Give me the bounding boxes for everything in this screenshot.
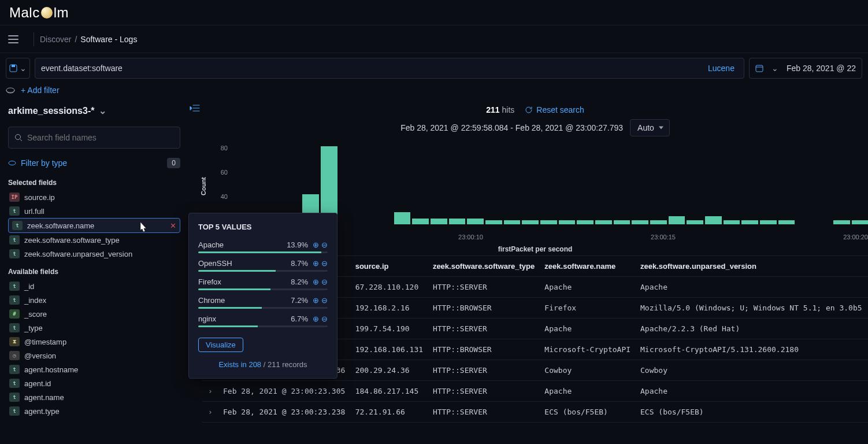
hits-label: hits <box>502 105 514 114</box>
filter-for-button[interactable]: ⊕ <box>313 314 319 323</box>
top-value-name: OpenSSH <box>198 259 291 268</box>
breadcrumb-parent[interactable]: Discover <box>40 35 71 44</box>
field-_id[interactable]: t_id <box>8 279 180 293</box>
field-@timestamp[interactable]: ⧗@timestamp <box>8 335 180 349</box>
expand-row-button[interactable]: › <box>202 402 218 423</box>
field-url-full[interactable]: turl.full <box>8 204 180 218</box>
filter-for-button[interactable]: ⊕ <box>313 296 319 305</box>
date-picker[interactable]: ⌄ Feb 28, 2021 @ 22 <box>749 58 862 79</box>
exists-in-link[interactable]: Exists in 208 <box>218 360 261 369</box>
cell: ECS (bos/F5EB) <box>636 402 868 423</box>
cell: Apache <box>540 319 636 339</box>
histogram-bar[interactable] <box>504 220 521 224</box>
histogram-bar[interactable] <box>705 216 722 224</box>
saved-query-button[interactable]: ⌄ <box>6 58 30 79</box>
histogram-bar[interactable] <box>431 219 447 224</box>
field-source-ip[interactable]: IPsource.ip <box>8 190 180 204</box>
x-tick: 23:00:10 <box>458 234 483 240</box>
top-value-name: Chrome <box>198 296 291 305</box>
field-name-label: _score <box>24 310 47 319</box>
column-header[interactable]: source.ip <box>351 256 428 277</box>
histogram-bar[interactable] <box>650 220 667 224</box>
app-logo: Malclm <box>9 5 69 21</box>
histogram-bar[interactable] <box>669 216 685 224</box>
filter-for-button[interactable]: ⊕ <box>313 259 319 268</box>
field-_index[interactable]: t_index <box>8 293 180 307</box>
x-tick: 23:00:20 <box>843 234 868 240</box>
filter-out-button[interactable]: ⊖ <box>321 296 328 305</box>
field-_score[interactable]: #_score <box>8 307 180 321</box>
histogram-bar[interactable] <box>485 220 502 224</box>
histogram-bar[interactable] <box>467 219 484 224</box>
field-zeek-software-software_type[interactable]: tzeek.software.software_type <box>8 233 180 247</box>
top-value-pct: 6.7% <box>291 314 308 323</box>
histogram-bar[interactable] <box>595 220 612 224</box>
histogram-bar[interactable] <box>540 220 557 224</box>
query-language-link[interactable]: Lucene <box>704 64 738 73</box>
svg-rect-1 <box>12 65 15 67</box>
filter-for-button[interactable]: ⊕ <box>313 240 319 249</box>
hits-count: 211 <box>486 105 499 114</box>
column-header[interactable]: zeek.software.unparsed_version <box>636 256 868 277</box>
add-filter-link[interactable]: + Add filter <box>21 86 60 95</box>
field-type-token: t <box>9 249 20 258</box>
column-header[interactable]: zeek.software.software_type <box>428 256 540 277</box>
breadcrumb-current: Software - Logs <box>80 35 137 44</box>
date-range-text: Feb 28, 2021 @ 22 <box>787 64 856 73</box>
field-name-label: zeek.software.unparsed_version <box>24 250 132 258</box>
filter-out-button[interactable]: ⊖ <box>321 314 328 323</box>
histogram-bar[interactable] <box>522 220 539 224</box>
histogram-bar[interactable] <box>833 220 850 224</box>
interval-select[interactable]: Auto <box>630 119 670 136</box>
top-value-row: nginx6.7%⊕⊖ <box>198 314 328 327</box>
cell: HTTP::BROWSER <box>428 339 540 360</box>
filter-for-button[interactable]: ⊕ <box>313 278 319 286</box>
field-zeek-software-unparsed_version[interactable]: tzeek.software.unparsed_version <box>8 247 180 261</box>
field-@version[interactable]: ◷@version <box>8 349 180 362</box>
field-type-token: t <box>9 379 20 388</box>
field-agent-type[interactable]: tagent.type <box>8 404 180 418</box>
top-value-pct: 8.2% <box>291 278 308 286</box>
reset-search-link[interactable]: Reset search <box>525 105 584 114</box>
histogram-bar[interactable] <box>632 220 648 224</box>
field-zeek-software-name[interactable]: tzeek.software.name✕ <box>8 218 180 233</box>
filter-options-button[interactable] <box>6 86 15 95</box>
histogram-bar[interactable] <box>394 212 411 224</box>
histogram-bar[interactable] <box>778 220 795 224</box>
column-header[interactable]: zeek.software.name <box>540 256 636 277</box>
histogram-bar[interactable] <box>724 220 740 224</box>
histogram-bar[interactable] <box>760 220 777 224</box>
histogram-bar[interactable] <box>741 220 758 224</box>
y-tick: 40 <box>221 193 228 200</box>
histogram-bar[interactable] <box>449 219 466 224</box>
histogram-bar[interactable] <box>412 219 429 224</box>
x-tick: 23:00:15 <box>651 234 676 240</box>
top-value-pct: 7.2% <box>291 296 308 305</box>
remove-field-button[interactable]: ✕ <box>170 221 176 230</box>
top-value-name: Apache <box>198 240 287 249</box>
histogram-bar[interactable] <box>614 220 630 224</box>
expand-row-button[interactable]: › <box>202 381 218 402</box>
histogram-bar[interactable] <box>577 220 593 224</box>
filter-out-button[interactable]: ⊖ <box>321 259 328 268</box>
cell: HTTP::SERVER <box>428 360 540 381</box>
table-row[interactable]: ›Feb 28, 2021 @ 23:00:23.23872.21.91.66H… <box>202 402 868 423</box>
field-name-label: agent.name <box>24 393 64 402</box>
field-_type[interactable]: t_type <box>8 321 180 335</box>
field-agent-id[interactable]: tagent.id <box>8 376 180 390</box>
index-pattern[interactable]: arkime_sessions3-* <box>8 106 94 116</box>
field-search-input[interactable] <box>27 133 174 142</box>
histogram-bar[interactable] <box>852 220 869 224</box>
filter-out-button[interactable]: ⊖ <box>321 240 328 249</box>
menu-button[interactable] <box>5 31 22 48</box>
top-value-row: OpenSSH8.7%⊕⊖ <box>198 259 328 272</box>
field-agent-hostname[interactable]: tagent.hostname <box>8 362 180 376</box>
histogram-bar[interactable] <box>687 220 703 224</box>
filter-out-button[interactable]: ⊖ <box>321 278 328 286</box>
query-input[interactable] <box>41 64 704 73</box>
visualize-button[interactable]: Visualize <box>198 338 243 352</box>
table-row[interactable]: ›Feb 28, 2021 @ 23:00:23.305184.86.217.1… <box>202 381 868 402</box>
field-agent-name[interactable]: tagent.name <box>8 390 180 404</box>
filter-by-type-link[interactable]: Filter by type 0 <box>8 154 180 172</box>
histogram-bar[interactable] <box>559 220 576 224</box>
